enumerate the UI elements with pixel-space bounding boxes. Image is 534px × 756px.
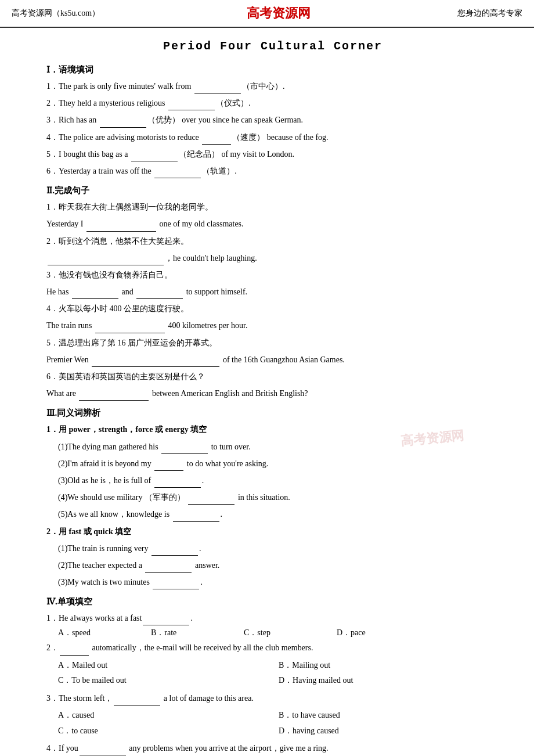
q1-3: 3．Rich has an （优势） over you since he can… <box>46 113 499 127</box>
page-title: Period Four Cultural Corner <box>46 39 499 53</box>
option-C: C．to cause <box>58 723 279 739</box>
s3-1-1: (1)The dying man gathered his to turn ov… <box>58 440 499 454</box>
option-B: B．to have caused <box>279 708 499 723</box>
q2-2-cn: 2．听到这个消息，他禁不住大笑起来。 <box>46 234 499 249</box>
q4-2-options: A．Mailed out B．Mailing out C．To be maile… <box>58 658 499 689</box>
section-2-title: Ⅱ.完成句子 <box>46 185 499 196</box>
option-B: B．Mailing out <box>279 658 499 674</box>
section-2-questions: 1．昨天我在大街上偶然遇到一位我的老同学。 Yesterday I one of… <box>46 200 499 401</box>
q2-6-en: What are between American English and Br… <box>46 386 499 401</box>
option-D: D．having caused <box>279 723 499 739</box>
s3-1-3: (3)Old as he is，he is full of . <box>58 473 499 488</box>
q1-1: 1．The park is only five minutes' walk fr… <box>46 79 499 93</box>
section-3-sub2: 2．用 fast 或 quick 填空 (1)The train is runn… <box>46 524 499 590</box>
q4-1-options: A．speed B．rate C．step D．pace <box>58 628 499 638</box>
s3-2-2: (2)The teacher expected a answer. <box>58 558 499 573</box>
section-4-questions: 1．He always works at a fast. A．speed B．r… <box>46 611 499 756</box>
option-C: C．To be mailed out <box>58 673 279 689</box>
header-right: 您身边的高考专家 <box>457 8 522 19</box>
s3-sub2-title: 2．用 fast 或 quick 填空 <box>46 524 499 539</box>
section-1-questions: 1．The park is only five minutes' walk fr… <box>46 79 499 178</box>
q2-1-cn: 1．昨天我在大街上偶然遇到一位我的老同学。 <box>46 200 499 214</box>
option-B: B．rate <box>151 628 221 638</box>
q2-2-en: ，he couldn't help laughing. <box>46 251 499 265</box>
q2-3-en: He has and to support himself. <box>46 285 499 299</box>
q2-6-cn: 6．美国英语和英国英语的主要区别是什么？ <box>46 369 499 384</box>
q4-3-stem: 3．The storm left， a lot of damage to thi… <box>46 691 499 705</box>
q1-6: 6．Yesterday a train was off the （轨道）. <box>46 164 499 178</box>
s3-2-1: (1)The train is running very . <box>58 541 499 556</box>
s3-2-3: (3)My watch is two minutes . <box>58 575 499 589</box>
q2-1-en: Yesterday I one of my old classmates. <box>46 217 499 231</box>
q2-5-cn: 5．温总理出席了第 16 届广州亚运会的开幕式。 <box>46 336 499 350</box>
option-A: A．Mailed out <box>58 658 279 674</box>
q1-5: 5．I bought this bag as a （纪念品） of my vis… <box>46 147 499 161</box>
q2-4-cn: 4．火车以每小时 400 公里的速度行驶。 <box>46 301 499 316</box>
option-D: D．Having mailed out <box>279 673 499 689</box>
header: 高考资源网（ks5u.com） 高考资源网 您身边的高考专家 <box>0 0 534 28</box>
q4-3-options: A．caused B．to have caused C．to cause D．h… <box>58 708 499 739</box>
option-A: A．caused <box>58 708 279 723</box>
q2-4-en: The train runs 400 kilometres per hour. <box>46 318 499 333</box>
section-4-title: Ⅳ.单项填空 <box>46 596 499 607</box>
option-C: C．step <box>244 628 313 638</box>
option-A: A．speed <box>58 628 128 638</box>
s3-sub1-title: 1．用 power，strength，force 或 energy 填空 <box>46 422 499 437</box>
q2-5-en: Premier Wen of the 16th Guangzhou Asian … <box>46 352 499 367</box>
q1-2: 2．They held a mysterious religious （仪式）. <box>46 96 499 110</box>
s3-1-4: (4)We should use military （军事的） in this … <box>58 490 499 505</box>
header-left: 高考资源网（ks5u.com） <box>12 8 100 19</box>
q4-4-stem: 4．If you any problems when you arrive at… <box>46 741 499 755</box>
option-D: D．pace <box>337 628 406 638</box>
section-3-sub1: 1．用 power，strength，force 或 energy 填空 (1)… <box>46 422 499 521</box>
q4-2-stem: 2． automatically，the e-mail will be rece… <box>46 640 499 655</box>
header-center: 高考资源网 <box>247 5 311 22</box>
q2-3-cn: 3．他没有钱也没有食物养活自己。 <box>46 268 499 282</box>
s3-1-5: (5)As we all know，knowledge is . <box>58 507 499 521</box>
q4-1-stem: 1．He always works at a fast. <box>46 611 499 625</box>
q1-4: 4．The police are advising motorists to r… <box>46 130 499 145</box>
section-1-title: Ⅰ．语境填词 <box>46 64 499 75</box>
s3-1-2: (2)I'm afraid it is beyond my to do what… <box>58 456 499 471</box>
section-3-title: Ⅲ.同义词辨析 <box>46 408 499 419</box>
